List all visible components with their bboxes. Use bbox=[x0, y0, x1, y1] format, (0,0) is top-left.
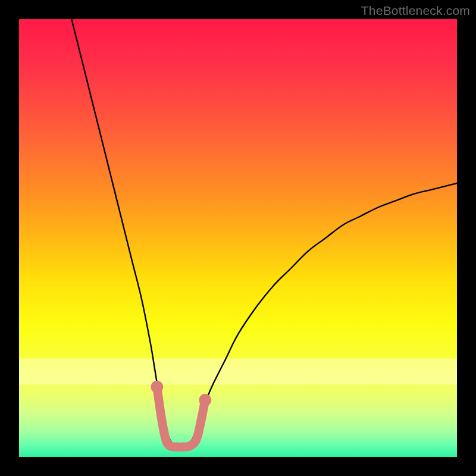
plot-area bbox=[19, 19, 457, 457]
bottleneck-curve bbox=[71, 19, 457, 449]
optimal-range-marker bbox=[151, 381, 211, 447]
frame-border-bottom bbox=[0, 457, 476, 476]
highlight-end-dot bbox=[199, 394, 211, 406]
curve-layer bbox=[19, 19, 457, 457]
watermark-text: TheBottleneck.com bbox=[361, 4, 470, 18]
frame-border-right bbox=[457, 0, 476, 476]
highlight-end-dot bbox=[151, 381, 163, 393]
frame-border-left bbox=[0, 0, 19, 476]
